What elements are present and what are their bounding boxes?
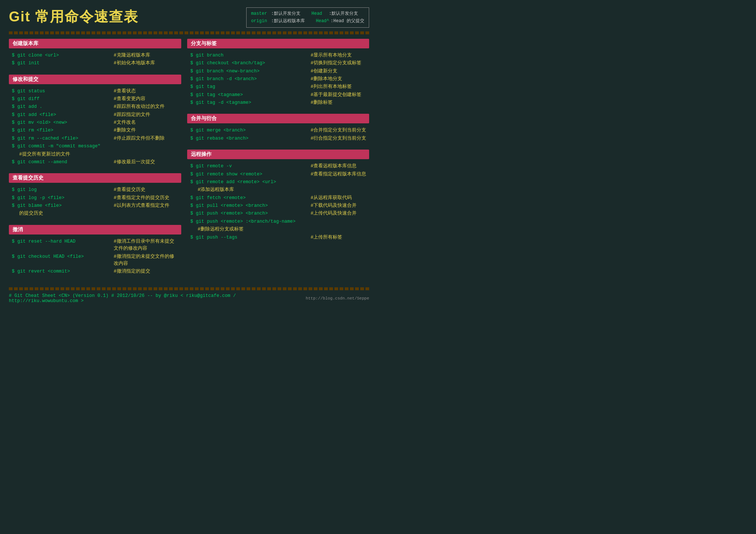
- cmd-commit-amend: $ git commit --amend #修改最后一次提交: [12, 159, 178, 166]
- legend-headcaret-key: Head^: [316, 18, 329, 24]
- cmd-rm-cached: $ git rm --cached <file> #停止跟踪文件但不删除: [12, 135, 178, 142]
- main-content: 创建版本库 $ git clone <url> #克隆远程版本库 $ git i…: [9, 39, 369, 283]
- section-title-undo: 撤消: [9, 225, 181, 235]
- legend-head-key: Head: [312, 11, 322, 16]
- cmd-fetch: $ git fetch <remote> #从远程库获取代码: [190, 195, 366, 202]
- right-column: 分支与标签 $ git branch #显示所有本地分支 $ git check…: [187, 39, 369, 283]
- legend-box: master :默认开发分支 Head :默认开发分支 origin :默认远程…: [246, 7, 369, 28]
- left-column: 创建版本库 $ git clone <url> #克隆远程版本库 $ git i…: [9, 39, 181, 283]
- main-title: Git 常用命令速查表: [9, 7, 138, 26]
- cmd-branch-new: $ git branch <new-branch> #创建新分支: [190, 68, 366, 75]
- cmd-revert: $ git revert <commit> #撤消指定的提交: [12, 268, 178, 275]
- footer: # Git Cheat Sheet <CN> (Version 0.1) # 2…: [9, 293, 369, 304]
- cmd-commit-m-comment: #提交所有更新过的文件: [12, 151, 178, 158]
- cmd-commit-m: $ git commit -m "commit message": [12, 143, 178, 150]
- cmd-clone: $ git clone <url> #克隆远程版本库: [12, 52, 178, 59]
- legend-origin-key: origin: [251, 18, 267, 24]
- section-title-create-repo: 创建版本库: [9, 39, 181, 48]
- footer-divider: [9, 287, 369, 290]
- cmd-checkout-branch: $ git checkout <branch/tag> #切换到指定分支或标签: [190, 60, 366, 67]
- cmd-add-file: $ git add <file> #跟踪指定的文件: [12, 112, 178, 119]
- cmd-branch-d: $ git branch -d <branch> #删除本地分支: [190, 76, 366, 83]
- cmd-add-all: $ git add . #跟踪所有改动过的文件: [12, 103, 178, 110]
- cmd-remote-show: $ git remote show <remote> #查看指定远程版本库信息: [190, 171, 366, 178]
- cmd-block-undo: $ git reset --hard HEAD #撤消工作目录中所有未提交文件的…: [9, 237, 181, 278]
- section-title-modify: 修改和提交: [9, 75, 181, 84]
- section-title-merge: 合并与衍合: [187, 114, 369, 123]
- cmd-remote-add: $ git remote add <remote> <url>: [190, 179, 366, 186]
- footer-text: # Git Cheat Sheet <CN> (Version 0.1) # 2…: [9, 293, 306, 304]
- cmd-tag: $ git tag #列出所有本地标签: [190, 83, 366, 90]
- cmd-log-p: $ git log -p <file> #查看指定文件的提交历史: [12, 195, 178, 202]
- section-create-repo: 创建版本库 $ git clone <url> #克隆远程版本库 $ git i…: [9, 39, 181, 69]
- cmd-log: $ git log #查看提交历史: [12, 186, 178, 194]
- cmd-checkout-head-file: $ git checkout HEAD <file> #撤消指定的未提交文件的修…: [12, 253, 178, 268]
- cmd-block-branch: $ git branch #显示所有本地分支 $ git checkout <b…: [187, 51, 369, 109]
- section-undo: 撤消 $ git reset --hard HEAD #撤消工作目录中所有未提交…: [9, 225, 181, 278]
- cmd-push-delete: $ git push <remote> :<branch/tag-name>: [190, 218, 366, 225]
- cmd-push-branch: $ git push <remote> <branch> #上传代码及快速合并: [190, 210, 366, 217]
- section-title-log: 查看提交历史: [9, 173, 181, 183]
- section-title-branch: 分支与标签: [187, 39, 369, 48]
- cmd-rebase: $ git rebase <branch> #衍合指定分支到当前分支: [190, 135, 366, 142]
- cmd-mv: $ git mv <old> <new> #文件改名: [12, 119, 178, 126]
- section-log: 查看提交历史 $ git log #查看提交历史 $ git log -p <f…: [9, 173, 181, 220]
- section-merge-rebase: 合并与衍合 $ git merge <branch> #合并指定分支到当前分支 …: [187, 114, 369, 144]
- cmd-blame: $ git blame <file> #以列表方式查看指定文件: [12, 202, 178, 209]
- header: Git 常用命令速查表 master :默认开发分支 Head :默认开发分支 …: [9, 7, 369, 28]
- section-branch-tag: 分支与标签 $ git branch #显示所有本地分支 $ git check…: [187, 39, 369, 109]
- cmd-rm: $ git rm <file> #删除文件: [12, 127, 178, 134]
- top-divider: [9, 31, 369, 34]
- section-remote: 远程操作 $ git remote -v #查看远程版本库信息 $ git re…: [187, 150, 369, 243]
- section-title-remote: 远程操作: [187, 150, 369, 159]
- cmd-reset-hard: $ git reset --hard HEAD #撤消工作目录中所有未提交文件的…: [12, 238, 178, 253]
- legend-master-key: master: [251, 11, 267, 16]
- cmd-remote-v: $ git remote -v #查看远程版本库信息: [190, 163, 366, 170]
- cmd-init: $ git init #初始化本地版本库: [12, 60, 178, 67]
- cmd-block-modify: $ git status #查看状态 $ git diff #查看变更内容 $ …: [9, 86, 181, 168]
- cmd-tag-d: $ git tag -d <tagname> #删除标签: [190, 99, 366, 106]
- cmd-tag-name: $ git tag <tagname> #基于最新提交创建标签: [190, 92, 366, 99]
- cmd-push-delete-comment: #删除远程分支或标签: [190, 226, 366, 233]
- cmd-block-merge: $ git merge <branch> #合并指定分支到当前分支 $ git …: [187, 126, 369, 144]
- cmd-block-log: $ git log #查看提交历史 $ git log -p <file> #查…: [9, 185, 181, 220]
- cmd-remote-add-comment: #添加远程版本库: [190, 186, 366, 194]
- section-modify-commit: 修改和提交 $ git status #查看状态 $ git diff #查看变…: [9, 75, 181, 168]
- cmd-merge: $ git merge <branch> #合并指定分支到当前分支: [190, 127, 366, 134]
- cmd-block-remote: $ git remote -v #查看远程版本库信息 $ git remote …: [187, 161, 369, 243]
- cmd-diff: $ git diff #查看变更内容: [12, 96, 178, 103]
- watermark: http://blog.csdn.net/Seppe: [306, 296, 369, 301]
- cmd-pull: $ git pull <remote> <branch> #下载代码及快速合并: [190, 202, 366, 209]
- cmd-push-tags: $ git push --tags #上传所有标签: [190, 234, 366, 241]
- cmd-block-create-repo: $ git clone <url> #克隆远程版本库 $ git init #初…: [9, 51, 181, 69]
- cmd-blame-comment2: 的提交历史: [12, 210, 178, 217]
- cmd-branch: $ git branch #显示所有本地分支: [190, 52, 366, 59]
- cmd-status: $ git status #查看状态: [12, 88, 178, 95]
